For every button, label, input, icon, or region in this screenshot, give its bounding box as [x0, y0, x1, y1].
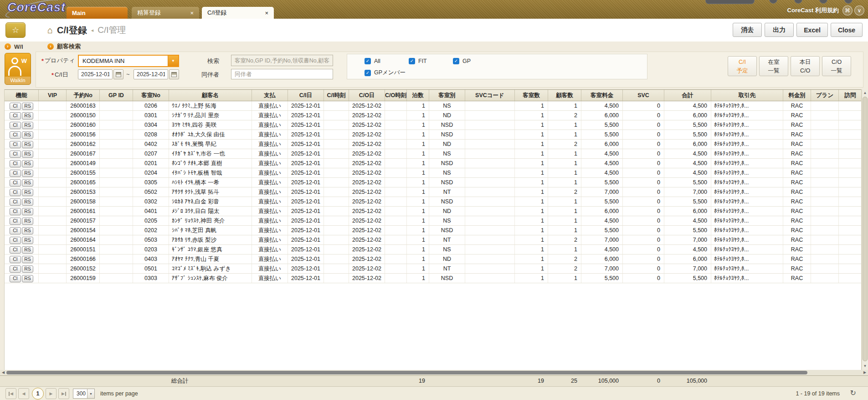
rs-button[interactable]: RS	[22, 122, 33, 129]
table-row[interactable]: CIRS260001560208ｵｵｸﾎﾞ ﾕｶ,大久保 由佳直接払い2025-…	[5, 130, 861, 140]
table-row[interactable]: CIRS260001550204ｲﾀﾊﾞｼ ﾄﾓﾔ,板橋 智哉直接払い2025-…	[5, 168, 861, 178]
table-row[interactable]: CIRS260001650305ﾊｼﾓﾄ ｲﾂｷ,橋本 一希直接払い2025-1…	[5, 178, 861, 187]
rs-button[interactable]: RS	[22, 198, 33, 206]
output-button[interactable]: 出力	[765, 23, 794, 37]
rs-button[interactable]: RS	[22, 151, 33, 158]
checkbox-checked-icon[interactable]: ✓	[409, 58, 415, 64]
section-guest-search-toggle[interactable]: › 顧客検索	[47, 42, 81, 52]
column-header-co_date[interactable]: C/O日	[349, 90, 385, 101]
ci-button[interactable]: CI	[10, 256, 21, 263]
next-page-button[interactable]: ▶	[46, 388, 56, 399]
column-header-nights[interactable]: 泊数	[407, 90, 429, 101]
column-header-room_type[interactable]: 客室別	[429, 90, 465, 101]
command-icon[interactable]: ⌘	[842, 5, 853, 16]
rs-button[interactable]: RS	[22, 208, 33, 215]
ci-button[interactable]: CI	[10, 218, 21, 225]
column-header-co_time[interactable]: C/O時刻	[385, 90, 407, 101]
rs-button[interactable]: RS	[22, 160, 33, 167]
first-page-button[interactable]: ◀	[5, 388, 16, 399]
column-header-client[interactable]: 取引先	[711, 90, 783, 101]
last-page-button[interactable]: ▶	[58, 388, 69, 399]
ci-button[interactable]: CI	[10, 227, 21, 234]
ci-button[interactable]: CI	[10, 151, 21, 158]
rs-button[interactable]: RS	[22, 179, 33, 187]
ci-date-to-input[interactable]	[134, 69, 168, 79]
dropdown-arrow-icon[interactable]: ▼	[168, 56, 178, 66]
ci-date-from-input[interactable]	[78, 69, 113, 79]
scroll-down-icon[interactable]: ▼	[862, 363, 868, 369]
previous-page-button[interactable]: ◀	[18, 388, 29, 399]
close-icon[interactable]: ×	[185, 10, 194, 16]
column-header-guests[interactable]: 顧客数	[548, 90, 581, 101]
ci-button[interactable]: CI	[10, 131, 21, 139]
rs-button[interactable]: RS	[22, 237, 33, 244]
terms-of-use-link[interactable]: CoreCast 利用規約	[787, 6, 839, 15]
window-control-icon[interactable]	[819, 0, 827, 4]
table-row[interactable]: CIRS260001660403ｱｵﾔﾏ ﾁﾅﾂ,青山 千夏直接払い2025-1…	[5, 255, 861, 264]
column-header-guest_name[interactable]: 顧客名	[169, 90, 252, 101]
window-control-icon[interactable]	[844, 0, 853, 4]
column-header-func[interactable]: 機能	[5, 90, 39, 101]
table-row[interactable]: CIRS260001500301ｼﾅｶﾞﾜ ﾘﾅ,品川 里奈直接払い2025-1…	[5, 111, 861, 120]
today-co-view-button[interactable]: 本日C/O	[791, 56, 820, 76]
ci-button[interactable]: CI	[10, 112, 21, 119]
property-input[interactable]	[79, 56, 168, 66]
rs-button[interactable]: RS	[22, 265, 33, 273]
scroll-right-icon[interactable]: ▶	[862, 370, 868, 375]
search-input[interactable]	[231, 55, 333, 66]
column-header-room_charge[interactable]: 客室料金	[581, 90, 623, 101]
table-row[interactable]: CIRS260001590303ｱｻﾞﾌﾞ ｼｭﾝｽｹ,麻布 俊介直接払い202…	[5, 274, 861, 283]
table-row[interactable]: CIRS260001640503ｱｶｻｶ ﾘｻ,赤坂 梨沙直接払い2025-12…	[5, 235, 861, 245]
checkbox-checked-icon[interactable]: ✓	[365, 58, 371, 64]
refresh-icon[interactable]: ↻	[850, 389, 856, 397]
column-header-rooms[interactable]: 客室数	[515, 90, 548, 101]
in-room-list-view-button[interactable]: 在室一覧	[759, 56, 788, 76]
section-walkin-toggle[interactable]: › W/I	[5, 42, 23, 52]
rs-button[interactable]: RS	[22, 131, 33, 139]
ci-schedule-view-button[interactable]: C/I予定	[728, 56, 757, 76]
checkbox-gp[interactable]: ✓ GP	[453, 58, 471, 64]
excel-button[interactable]: Excel	[796, 23, 828, 37]
home-icon[interactable]: ⌂	[47, 25, 53, 36]
ci-button[interactable]: CI	[10, 122, 21, 129]
close-button[interactable]: Close	[831, 23, 863, 37]
window-control-icon[interactable]	[794, 0, 802, 4]
ci-button[interactable]: CI	[10, 237, 21, 244]
checkbox-checked-icon[interactable]: ✓	[453, 58, 459, 64]
rs-button[interactable]: RS	[22, 246, 33, 254]
column-header-ci_time[interactable]: C/I時刻	[324, 90, 349, 101]
vertical-scrollbar[interactable]: ▲ ▼	[862, 89, 868, 370]
table-row[interactable]: CIRS260001490201ﾎﾝｺﾞｳ ﾅｵｷ,本郷 直樹直接払い2025-…	[5, 159, 861, 168]
close-icon[interactable]: ×	[260, 10, 268, 16]
column-header-rate_type[interactable]: 料金別	[783, 90, 811, 101]
table-row[interactable]: CIRS260001530502ｱｻｸｻ ﾀｸﾄ,浅草 拓斗直接払い2025-1…	[5, 187, 861, 197]
ci-button[interactable]: CI	[10, 189, 21, 196]
table-row[interactable]: CIRS260001580302ｼﾛｶﾈ ｱﾔﾈ,白金 彩音直接払い2025-1…	[5, 197, 861, 207]
chevron-down-icon[interactable]: ∨	[854, 5, 864, 16]
table-row[interactable]: CIRS260001540202ｼﾊﾞﾀ ﾏﾎ,芝田 真帆直接払い2025-12…	[5, 226, 861, 235]
rs-button[interactable]: RS	[22, 227, 33, 234]
page-number-button[interactable]: 1	[32, 388, 44, 400]
co-list-view-button[interactable]: C/O一覧	[822, 56, 851, 76]
scroll-up-icon[interactable]: ▲	[862, 90, 868, 96]
ci-button[interactable]: CI	[10, 170, 21, 177]
horizontal-scrollbar[interactable]: ◀ ▶	[0, 370, 868, 375]
calendar-button[interactable]	[169, 69, 179, 79]
checkbox-checked-icon[interactable]: ✓	[365, 70, 371, 76]
ci-button[interactable]: CI	[10, 198, 21, 206]
table-row[interactable]: CIRS260001610401ﾒｼﾞﾛ ﾖｳﾀ,目白 陽太直接払い2025-1…	[5, 207, 861, 216]
property-combobox[interactable]: ▼	[78, 55, 179, 67]
rs-button[interactable]: RS	[22, 141, 33, 148]
table-row[interactable]: CIRS260001600304ﾖﾂﾔ ﾐｻｷ,四谷 美咲直接払い2025-12…	[5, 120, 861, 130]
table-row[interactable]: CIRS260001570205ｶﾝﾀﾞ ﾘｮｳｽｹ,神田 亮介直接払い2025…	[5, 216, 861, 226]
column-header-ci_date[interactable]: C/I日	[288, 90, 324, 101]
table-row[interactable]: CIRS260001620402ｽｶﾞﾓ ｻｷ,巣鴨 早紀直接払い2025-12…	[5, 140, 861, 149]
window-control-pill[interactable]	[705, 0, 755, 4]
column-header-svc[interactable]: SVC	[623, 90, 664, 101]
horizontal-scroll-thumb[interactable]	[6, 371, 807, 374]
calendar-button[interactable]	[113, 69, 123, 79]
ci-button[interactable]: CI	[10, 208, 21, 215]
column-header-plan[interactable]: プラン	[811, 90, 839, 101]
column-header-gp_id[interactable]: GP ID	[100, 90, 133, 101]
tab-settlement[interactable]: 精算登録 ×	[132, 7, 199, 19]
